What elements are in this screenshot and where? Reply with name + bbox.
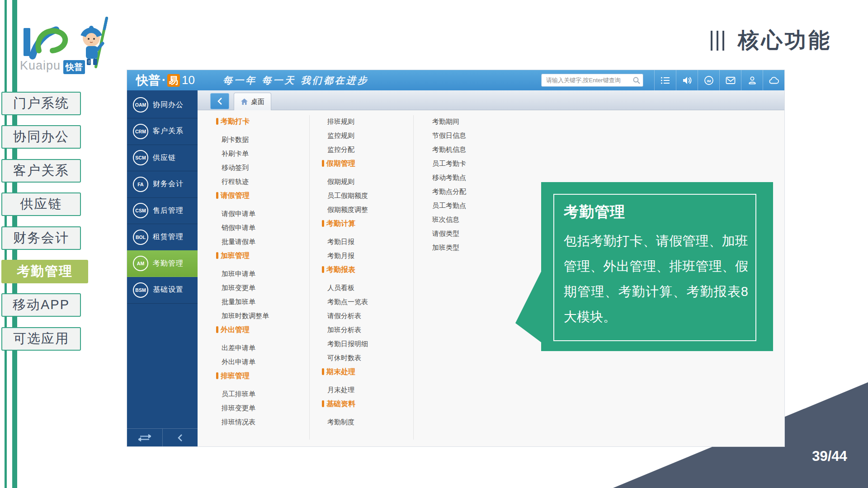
menu-item[interactable]: 班次信息 xyxy=(427,212,466,226)
logo-cn-badge: 快普 xyxy=(63,60,85,74)
menu-item[interactable]: 员工考勤点 xyxy=(427,198,466,212)
module-badge-icon: AM xyxy=(133,256,148,271)
sidebar-module-bol[interactable]: BOL租赁管理 xyxy=(127,224,198,251)
nav-item-7[interactable]: 移动APP xyxy=(1,293,81,317)
module-label: 供应链 xyxy=(153,153,176,163)
menu-item[interactable]: 考勤制度 xyxy=(322,415,368,429)
menu-section-header: 基础资料 xyxy=(322,397,368,411)
nav-item-2[interactable]: 协同办公 xyxy=(1,125,81,149)
menu-section-header: 排班管理 xyxy=(216,369,269,383)
sidebar-module-am[interactable]: AM考勤管理 xyxy=(127,250,198,277)
menu-item[interactable]: 批量加班单 xyxy=(216,295,269,309)
sidebar-module-scm[interactable]: SCM供应链 xyxy=(127,145,198,171)
menu-item[interactable]: 假期规则 xyxy=(322,174,368,188)
menu-item[interactable]: 加班分析表 xyxy=(322,323,368,337)
menu-item[interactable]: 月末处理 xyxy=(322,383,368,397)
menu-item[interactable]: 排班规则 xyxy=(322,114,368,128)
menu-item[interactable]: 人员看板 xyxy=(322,281,368,295)
nav-item-1[interactable]: 门户系统 xyxy=(1,92,81,115)
slide-root: { "slide": { "title": "核心功能", "page_numb… xyxy=(0,0,868,488)
sidebar-module-csm[interactable]: CSM售后管理 xyxy=(127,197,198,224)
menu-item[interactable]: 员工排班单 xyxy=(216,387,269,401)
menu-item[interactable]: 排班变更单 xyxy=(216,401,269,415)
module-label: 基础设置 xyxy=(153,285,184,295)
nav-item-5[interactable]: 财务会计 xyxy=(1,226,81,250)
menu-item[interactable]: 移动考勤点 xyxy=(427,170,466,184)
nav-item-6[interactable]: 考勤管理 xyxy=(1,260,88,283)
menu-item[interactable]: 刷卡数据 xyxy=(216,132,269,146)
header-slogan: 每一年 每一天 我们都在进步 xyxy=(223,70,369,90)
menu-section-header: 请假管理 xyxy=(216,188,269,202)
menu-item[interactable]: 加班类型 xyxy=(427,240,466,254)
menu-item[interactable]: 加班变更单 xyxy=(216,281,269,295)
nav-item-8[interactable]: 可选应用 xyxy=(1,327,81,351)
menu-item[interactable]: 考勤点一览表 xyxy=(322,295,368,309)
nav-item-3[interactable]: 客户关系 xyxy=(1,159,81,183)
menu-item[interactable]: 批量请假单 xyxy=(216,235,269,249)
menu-item[interactable]: 加班时数调整单 xyxy=(216,309,269,323)
menu-item[interactable]: 节假日信息 xyxy=(427,128,466,142)
menu-item[interactable]: 排班情况表 xyxy=(216,415,269,429)
tab-desktop[interactable]: 桌面 xyxy=(234,93,271,110)
menu-column-2: 排班规则监控规则监控分配假期管理假期规则员工假期额度假期额度调整考勤计算考勤日报… xyxy=(322,114,368,429)
menu-item[interactable]: 考勤月报 xyxy=(322,249,368,263)
menu-item[interactable]: 移动签到 xyxy=(216,160,269,174)
im-icon[interactable]: IM xyxy=(698,70,719,90)
module-badge-icon: CRM xyxy=(133,124,148,139)
search-icon[interactable] xyxy=(632,76,641,84)
menu-item[interactable]: 行程轨迹 xyxy=(216,174,269,188)
menu-item[interactable]: 请假类型 xyxy=(427,226,466,240)
brand-version: 10 xyxy=(182,73,195,87)
menu-item[interactable]: 考勤日报明细 xyxy=(322,337,368,351)
sidebar-module-crm[interactable]: CRM客户关系 xyxy=(127,118,198,145)
menu-item[interactable]: 补刷卡单 xyxy=(216,146,269,160)
sidebar-module-oam[interactable]: OAM协同办公 xyxy=(127,92,198,118)
menu-item[interactable]: 员工假期额度 xyxy=(322,188,368,202)
menu-column-3: 考勤期间节假日信息考勤机信息员工考勤卡移动考勤点考勤点分配员工考勤点班次信息请假… xyxy=(427,114,466,254)
speaker-icon[interactable] xyxy=(676,70,698,90)
mail-icon[interactable] xyxy=(719,70,741,90)
menu-item[interactable]: 监控分配 xyxy=(322,142,368,156)
menu-item[interactable]: 考勤点分配 xyxy=(427,184,466,198)
kuaipu-logo-mark-icon xyxy=(23,23,77,61)
menu-item[interactable]: 员工考勤卡 xyxy=(427,156,466,170)
menu-item[interactable]: 可休时数表 xyxy=(322,351,368,365)
collapse-icon[interactable] xyxy=(162,429,198,446)
left-nav: 门户系统协同办公客户关系供应链财务会计考勤管理移动APP可选应用 xyxy=(1,92,92,363)
title-bars-icon xyxy=(711,31,724,51)
search-box xyxy=(541,74,643,87)
menu-section-header: 加班管理 xyxy=(216,249,269,263)
sidebar-module-fa[interactable]: FA财务会计 xyxy=(127,171,198,198)
user-icon[interactable] xyxy=(741,70,763,90)
kuaipu-logo: Kuaipu 快普 ® xyxy=(19,15,130,81)
menu-item[interactable]: 出差申请单 xyxy=(216,341,269,355)
menu-item[interactable]: 请假分析表 xyxy=(322,309,368,323)
nav-item-4[interactable]: 供应链 xyxy=(1,192,81,216)
back-button[interactable] xyxy=(210,93,229,109)
page-title: 核心功能 xyxy=(738,26,832,55)
cloud-icon[interactable] xyxy=(763,70,784,90)
menu-item[interactable]: 外出申请单 xyxy=(216,355,269,369)
list-icon[interactable] xyxy=(654,70,676,90)
menu-section-header: 考勤报表 xyxy=(322,263,368,277)
menu-section-header: 期末处理 xyxy=(322,365,368,379)
module-badge-icon: CSM xyxy=(133,203,148,218)
sidebar-module-bsm[interactable]: BSM基础设置 xyxy=(127,277,198,304)
module-label: 考勤管理 xyxy=(153,259,184,268)
swap-icon[interactable] xyxy=(127,429,162,446)
menu-section-header: 考勤打卡 xyxy=(216,114,269,128)
menu-item[interactable]: 考勤日报 xyxy=(322,235,368,249)
menu-item[interactable]: 加班申请单 xyxy=(216,267,269,281)
header-toolbar: IM xyxy=(654,70,784,90)
menu-item[interactable]: 考勤机信息 xyxy=(427,142,466,156)
menu-item[interactable]: 监控规则 xyxy=(322,128,368,142)
search-input[interactable] xyxy=(545,76,632,84)
menu-item[interactable]: 请假申请单 xyxy=(216,206,269,221)
module-badge-icon: SCM xyxy=(133,150,148,165)
section-bullet-icon xyxy=(322,266,324,273)
menu-item[interactable]: 考勤期间 xyxy=(427,114,466,128)
chevron-left-icon xyxy=(217,97,223,106)
menu-item[interactable]: 销假申请单 xyxy=(216,221,269,235)
slide-title-block: 核心功能 xyxy=(711,26,832,55)
menu-item[interactable]: 假期额度调整 xyxy=(322,202,368,216)
